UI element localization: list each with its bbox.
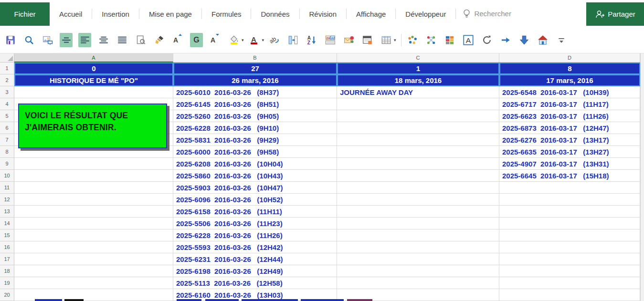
cell-C17[interactable] bbox=[337, 253, 499, 265]
font-color-dropdown-icon[interactable]: ▾ bbox=[262, 38, 264, 42]
cell-C2[interactable]: 18 mars, 2016 bbox=[337, 74, 499, 86]
cell-B4[interactable]: 2025-6145 2016-03-26 (8H51) bbox=[173, 98, 337, 110]
cell-D18[interactable] bbox=[499, 265, 640, 277]
cell-C12[interactable] bbox=[337, 194, 499, 206]
justify-icon[interactable] bbox=[116, 33, 128, 47]
cell-C5[interactable] bbox=[337, 110, 499, 122]
tab-developpeur[interactable]: Développeur bbox=[396, 2, 455, 26]
cell-A1[interactable]: 0 bbox=[14, 62, 173, 74]
cell-A15[interactable] bbox=[14, 229, 173, 241]
search-icon[interactable] bbox=[22, 33, 35, 47]
bold-icon[interactable]: G bbox=[190, 33, 203, 47]
cell-D11[interactable] bbox=[499, 182, 640, 194]
cell-B7[interactable]: 2025-5831 2016-03-26 (9H29) bbox=[173, 134, 337, 146]
tab-accueil[interactable]: Accueil bbox=[50, 2, 92, 26]
home-icon[interactable] bbox=[537, 33, 549, 47]
align-left-icon[interactable] bbox=[78, 33, 91, 47]
tab-donnees[interactable]: Données bbox=[251, 2, 299, 26]
refresh-icon[interactable] bbox=[481, 33, 494, 47]
tile-chart-icon[interactable] bbox=[443, 33, 456, 47]
cell-A11[interactable] bbox=[14, 182, 173, 194]
form-icon[interactable] bbox=[361, 33, 374, 47]
format-painter-icon[interactable] bbox=[153, 33, 166, 47]
insert-cells-icon[interactable] bbox=[286, 33, 299, 47]
callout-box[interactable]: VOICI LE RÉSULTAT QUE J'AIMERAIS OBTENIR… bbox=[18, 104, 167, 148]
cell-B3[interactable]: 2025-6010 2016-03-26 (8H37) bbox=[173, 86, 337, 98]
column-header-A[interactable]: A bbox=[14, 53, 173, 62]
column-header-C[interactable]: C bbox=[337, 53, 499, 62]
cell-B19[interactable]: 2025-5113 2016-03-26 (12H58) bbox=[173, 277, 337, 289]
cell-D9[interactable]: 2025-4907 2016-03-17 (13H31) bbox=[499, 158, 640, 170]
row-header-3[interactable]: 3 bbox=[0, 86, 14, 98]
cell-C11[interactable] bbox=[337, 182, 499, 194]
mail-merge-icon[interactable] bbox=[342, 33, 355, 47]
cell-D20[interactable] bbox=[499, 289, 640, 301]
cell-A14[interactable] bbox=[14, 218, 173, 229]
row-header-18[interactable]: 18 bbox=[0, 265, 14, 277]
row-header-16[interactable]: 16 bbox=[0, 241, 14, 253]
font-color-icon[interactable]: A bbox=[248, 33, 261, 47]
row-header-9[interactable]: 9 bbox=[0, 158, 14, 170]
cell-D16[interactable] bbox=[499, 241, 640, 253]
column-header-B[interactable]: B bbox=[173, 53, 337, 62]
save-icon[interactable] bbox=[4, 33, 17, 47]
row-header-11[interactable]: 11 bbox=[0, 182, 14, 194]
cell-C16[interactable] bbox=[337, 241, 499, 253]
screenshot-icon[interactable] bbox=[41, 33, 54, 47]
row-header-12[interactable]: 12 bbox=[0, 194, 14, 206]
cell-D13[interactable] bbox=[499, 206, 640, 218]
fill-color-dropdown-icon[interactable]: ▾ bbox=[242, 38, 244, 42]
cell-A10[interactable] bbox=[14, 170, 173, 182]
arrow-right-icon[interactable] bbox=[499, 33, 512, 47]
cell-B2[interactable]: 26 mars, 2016 bbox=[173, 74, 337, 86]
cell-C18[interactable] bbox=[337, 265, 499, 277]
cell-C19[interactable] bbox=[337, 277, 499, 289]
tab-mise-en-page[interactable]: Mise en page bbox=[139, 2, 201, 26]
cell-D10[interactable]: 2025-6645 2016-03-17 (15H18) bbox=[499, 170, 640, 182]
share-button[interactable]: Partager bbox=[586, 2, 644, 26]
tab-formules[interactable]: Formules bbox=[202, 2, 251, 26]
cell-B6[interactable]: 2025-6228 2016-03-26 (9H10) bbox=[173, 122, 337, 134]
cell-C15[interactable] bbox=[337, 229, 499, 241]
cell-A2[interactable]: HISTORIQUE DE MÉ "PO" bbox=[14, 74, 173, 86]
orientation-icon[interactable]: ab bbox=[268, 33, 281, 47]
row-header-7[interactable]: 7 bbox=[0, 134, 14, 146]
cell-D7[interactable]: 2025-6276 2016-03-17 (13H17) bbox=[499, 134, 640, 146]
tab-revision[interactable]: Révision bbox=[300, 2, 347, 26]
cell-A18[interactable] bbox=[14, 265, 173, 277]
tab-fichier[interactable]: Fichier bbox=[0, 2, 50, 26]
cell-C4[interactable] bbox=[337, 98, 499, 110]
cell-D3[interactable]: 2025-6548 2016-03-17 (10H39) bbox=[499, 86, 640, 98]
cell-B10[interactable]: 2025-5860 2016-03-26 (10H43) bbox=[173, 170, 337, 182]
cell-B11[interactable]: 2025-5903 2016-03-26 (10H47) bbox=[173, 182, 337, 194]
cell-B15[interactable]: 2025-6228 2016-03-26 (11H26) bbox=[173, 229, 337, 241]
tell-me-search[interactable]: Rechercher bbox=[463, 9, 511, 19]
cell-C10[interactable] bbox=[337, 170, 499, 182]
sort-az-icon[interactable]: AZ bbox=[305, 33, 318, 47]
table-dropdown-icon[interactable]: ▾ bbox=[394, 38, 396, 42]
cell-D14[interactable] bbox=[499, 218, 640, 229]
cell-B13[interactable]: 2025-6158 2016-03-26 (11H11) bbox=[173, 206, 337, 218]
print-preview-icon[interactable] bbox=[134, 33, 147, 47]
cell-A9[interactable] bbox=[14, 158, 173, 170]
row-header-17[interactable]: 17 bbox=[0, 253, 14, 265]
cell-B9[interactable]: 2025-6208 2016-03-26 (10H04) bbox=[173, 158, 337, 170]
column-header-D[interactable]: D bbox=[499, 53, 640, 62]
text-box-icon[interactable]: A bbox=[462, 33, 475, 47]
row-header-15[interactable]: 15 bbox=[0, 229, 14, 241]
cell-B18[interactable]: 2025-6198 2016-03-26 (12H49) bbox=[173, 265, 337, 277]
cell-D5[interactable]: 2025-6623 2016-03-17 (11H26) bbox=[499, 110, 640, 122]
row-header-2[interactable]: 2 bbox=[0, 74, 14, 86]
vertical-scrollbar[interactable] bbox=[640, 53, 644, 301]
row-header-20[interactable]: 20 bbox=[0, 289, 14, 301]
cell-B17[interactable]: 2025-6231 2016-03-26 (12H44) bbox=[173, 253, 337, 265]
cell-B5[interactable]: 2025-5260 2016-03-26 (9H05) bbox=[173, 110, 337, 122]
cell-A16[interactable] bbox=[14, 241, 173, 253]
row-header-4[interactable]: 4 bbox=[0, 98, 14, 110]
tab-affichage[interactable]: Affichage bbox=[347, 2, 395, 26]
grow-font-icon[interactable]: A bbox=[171, 33, 184, 47]
more-commands-icon[interactable] bbox=[555, 33, 568, 47]
row-header-10[interactable]: 10 bbox=[0, 170, 14, 182]
cell-D2[interactable]: 17 mars, 2016 bbox=[499, 74, 640, 86]
align-center-icon[interactable] bbox=[97, 33, 110, 47]
